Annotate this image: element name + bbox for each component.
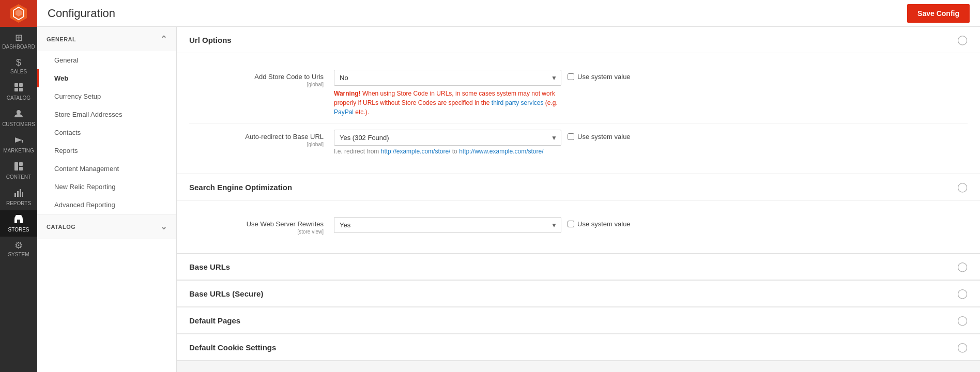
auto-redirect-control: No Yes (302 Found) Yes (301 Moved Perman… bbox=[334, 130, 968, 155]
add-store-code-use-system: Use system value bbox=[568, 70, 631, 81]
sidebar-item-contacts-label: Contacts bbox=[54, 129, 81, 136]
stores-icon bbox=[14, 214, 23, 225]
base-urls-title: Base URLs bbox=[189, 262, 230, 271]
save-config-button[interactable]: Save Config bbox=[907, 4, 970, 23]
sales-icon: $ bbox=[16, 58, 21, 67]
nav-label-customers: CUSTOMERS bbox=[2, 121, 35, 127]
config-section-base-urls-header[interactable]: Base URLs ◯ bbox=[177, 254, 980, 280]
add-store-code-use-system-label[interactable]: Use system value bbox=[577, 73, 631, 81]
catalog-icon bbox=[14, 83, 23, 94]
customers-icon bbox=[14, 109, 23, 120]
nav-item-marketing[interactable]: MARKETING bbox=[0, 131, 37, 158]
chevron-down-icon: ⌄ bbox=[160, 222, 167, 231]
sidebar-section-catalog: CATALOG ⌄ bbox=[37, 214, 176, 239]
nav-item-reports[interactable]: REPORTS bbox=[0, 184, 37, 210]
auto-redirect-select[interactable]: No Yes (302 Found) Yes (301 Moved Perman… bbox=[334, 130, 561, 146]
nav-label-dashboard: DASHBOARD bbox=[2, 44, 35, 50]
svg-rect-12 bbox=[20, 189, 21, 197]
auto-redirect-label-area: Auto-redirect to Base URL [global] bbox=[189, 130, 334, 147]
sidebar-item-content-mgmt-label: Content Management bbox=[54, 165, 119, 173]
config-section-default-pages: Default Pages ◯ bbox=[177, 307, 980, 334]
sidebar-item-contacts[interactable]: Contacts bbox=[37, 123, 176, 142]
add-store-code-control: No Yes ▼ Warning! When using Store Code … bbox=[334, 70, 968, 117]
config-sidebar: GENERAL ⌃ General Web Currency Setup Sto… bbox=[37, 27, 177, 372]
marketing-icon bbox=[14, 135, 23, 146]
sidebar-item-advanced-reporting-label: Advanced Reporting bbox=[54, 201, 115, 209]
sidebar-section-general: GENERAL ⌃ General Web Currency Setup Sto… bbox=[37, 27, 176, 214]
config-section-base-urls-secure-header[interactable]: Base URLs (Secure) ◯ bbox=[177, 281, 980, 307]
sidebar-item-currency-label: Currency Setup bbox=[54, 92, 101, 100]
form-row-add-store-code: Add Store Code to Urls [global] No Yes bbox=[189, 64, 968, 123]
svg-rect-15 bbox=[17, 220, 20, 223]
auto-redirect-use-system-label[interactable]: Use system value bbox=[577, 133, 631, 141]
config-section-url-options: Url Options ◯ Add Store Code to Urls [gl… bbox=[177, 27, 980, 174]
nav-label-reports: REPORTS bbox=[6, 200, 31, 206]
svg-point-4 bbox=[17, 110, 21, 114]
sidebar-section-catalog-header[interactable]: CATALOG ⌄ bbox=[37, 214, 176, 239]
web-server-rewrites-use-system: Use system value bbox=[568, 217, 631, 228]
svg-rect-10 bbox=[14, 193, 16, 197]
auto-redirect-scope: [global] bbox=[189, 142, 324, 147]
sidebar-section-general-items: General Web Currency Setup Store Email A… bbox=[37, 51, 176, 214]
svg-rect-0 bbox=[14, 83, 18, 87]
page-title: Configuration bbox=[48, 7, 115, 20]
auto-redirect-use-system: Use system value bbox=[568, 130, 631, 141]
add-store-code-select[interactable]: No Yes bbox=[334, 70, 561, 86]
web-server-rewrites-control: No Yes ▼ Use system value bbox=[334, 217, 968, 233]
form-row-auto-redirect: Auto-redirect to Base URL [global] No Ye… bbox=[189, 123, 968, 161]
config-section-seo-header[interactable]: Search Engine Optimization ◯ bbox=[177, 174, 980, 200]
sidebar-item-advanced-reporting[interactable]: Advanced Reporting bbox=[37, 196, 176, 214]
form-row-web-server-rewrites: Use Web Server Rewrites [store view] No … bbox=[189, 211, 968, 241]
sidebar-section-general-header[interactable]: GENERAL ⌃ bbox=[37, 27, 176, 51]
nav-item-catalog[interactable]: CATALOG bbox=[0, 79, 37, 105]
nav-label-content: CONTENT bbox=[6, 174, 31, 180]
config-section-url-options-header[interactable]: Url Options ◯ bbox=[177, 27, 980, 53]
nav-item-dashboard[interactable]: ⊞ DASHBOARD bbox=[0, 29, 37, 54]
auto-redirect-checkbox[interactable] bbox=[568, 133, 574, 140]
top-bar: Configuration Save Config bbox=[37, 0, 980, 27]
sidebar-item-web[interactable]: Web bbox=[37, 69, 176, 87]
svg-marker-5 bbox=[15, 137, 22, 143]
main-area: Configuration Save Config GENERAL ⌃ Gene… bbox=[37, 0, 980, 372]
url-options-title: Url Options bbox=[189, 36, 232, 44]
web-server-rewrites-use-system-label[interactable]: Use system value bbox=[577, 220, 631, 228]
web-server-rewrites-scope: [store view] bbox=[189, 229, 324, 235]
svg-rect-13 bbox=[22, 192, 23, 197]
sidebar-item-general-label: General bbox=[54, 56, 78, 64]
web-server-rewrites-select[interactable]: No Yes bbox=[334, 217, 561, 233]
sidebar-section-general-label: GENERAL bbox=[47, 36, 76, 42]
nav-item-content[interactable]: CONTENT bbox=[0, 158, 37, 184]
web-server-rewrites-label-area: Use Web Server Rewrites [store view] bbox=[189, 217, 334, 235]
add-store-code-select-wrap: No Yes ▼ bbox=[334, 70, 561, 86]
add-store-code-checkbox[interactable] bbox=[568, 73, 574, 80]
seo-body: Use Web Server Rewrites [store view] No … bbox=[177, 200, 980, 253]
nav-item-sales[interactable]: $ SALES bbox=[0, 54, 37, 79]
nav-label-stores: STORES bbox=[8, 227, 29, 233]
nav-item-stores[interactable]: STORES bbox=[0, 210, 37, 237]
sidebar-item-new-relic-label: New Relic Reporting bbox=[54, 183, 116, 191]
nav-item-system[interactable]: ⚙ SYSTEM bbox=[0, 237, 37, 261]
svg-rect-8 bbox=[19, 162, 23, 166]
logo[interactable] bbox=[0, 0, 37, 27]
svg-rect-7 bbox=[14, 162, 18, 171]
sidebar-item-general[interactable]: General bbox=[37, 51, 176, 69]
nav-item-customers[interactable]: CUSTOMERS bbox=[0, 105, 37, 131]
web-server-rewrites-checkbox[interactable] bbox=[568, 221, 574, 227]
left-navigation: ⊞ DASHBOARD $ SALES CATALOG CUSTOMERS bbox=[0, 0, 37, 372]
sidebar-section-catalog-label: CATALOG bbox=[47, 224, 75, 230]
config-section-base-urls: Base URLs ◯ bbox=[177, 254, 980, 281]
collapse-url-options-icon: ◯ bbox=[957, 34, 968, 45]
sidebar-item-store-email[interactable]: Store Email Addresses bbox=[37, 105, 176, 123]
sidebar-item-currency-setup[interactable]: Currency Setup bbox=[37, 87, 176, 105]
svg-rect-3 bbox=[19, 88, 23, 91]
content-icon bbox=[14, 162, 23, 173]
auto-redirect-hint: I.e. redirect from http://example.com/st… bbox=[334, 148, 561, 155]
web-server-rewrites-select-wrap: No Yes ▼ bbox=[334, 217, 561, 233]
sidebar-item-content-mgmt[interactable]: Content Management bbox=[37, 160, 176, 178]
svg-rect-2 bbox=[14, 88, 18, 91]
config-section-default-cookie-header[interactable]: Default Cookie Settings ◯ bbox=[177, 334, 980, 361]
sidebar-item-reports[interactable]: Reports bbox=[37, 142, 176, 160]
sidebar-item-new-relic[interactable]: New Relic Reporting bbox=[37, 178, 176, 196]
chevron-up-icon: ⌃ bbox=[160, 34, 167, 44]
config-section-default-pages-header[interactable]: Default Pages ◯ bbox=[177, 307, 980, 334]
